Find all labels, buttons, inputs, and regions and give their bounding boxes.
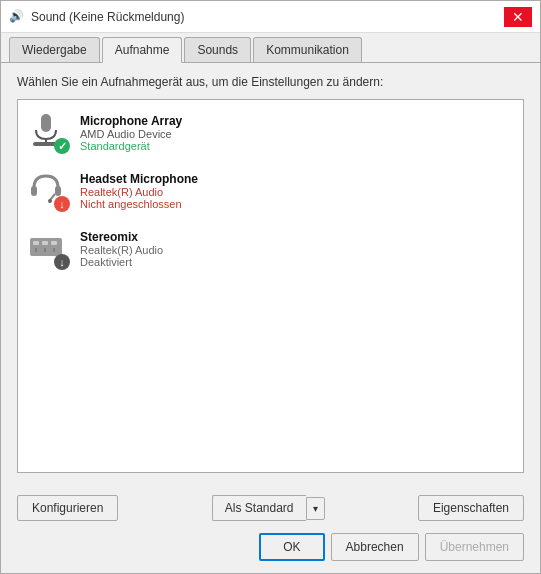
als-standard-button[interactable]: Als Standard — [212, 495, 306, 521]
device-sub1-1: AMD Audio Device — [80, 128, 513, 140]
close-button[interactable]: ✕ — [504, 7, 532, 27]
device-list: ✓ Microphone Array AMD Audio Device Stan… — [17, 99, 524, 473]
tab-aufnahme[interactable]: Aufnahme — [102, 37, 183, 63]
als-standard-dropdown[interactable]: ▾ — [306, 497, 325, 520]
svg-rect-4 — [31, 186, 37, 196]
svg-rect-5 — [55, 186, 61, 196]
device-item-stereomix[interactable]: ↓ Stereomix Realtek(R) Audio Deaktiviert — [22, 220, 519, 278]
main-content: Wählen Sie ein Aufnahmegerät aus, um die… — [1, 63, 540, 485]
tab-kommunikation[interactable]: Kommunikation — [253, 37, 362, 62]
device-icon-wrap-1: ✓ — [28, 112, 70, 154]
status-icon-1: ✓ — [54, 138, 70, 154]
window-title: Sound (Keine Rückmeldung) — [31, 10, 184, 24]
footer-buttons: OK Abbrechen Übernehmen — [1, 527, 540, 573]
device-name-3: Stereomix — [80, 230, 513, 244]
configure-button[interactable]: Konfigurieren — [17, 495, 118, 521]
device-name-2: Headset Microphone — [80, 172, 513, 186]
eigenschaften-button[interactable]: Eigenschaften — [418, 495, 524, 521]
sound-dialog: 🔊 Sound (Keine Rückmeldung) ✕ Wiedergabe… — [0, 0, 541, 574]
action-buttons: Konfigurieren Als Standard ▾ Eigenschaft… — [1, 485, 540, 527]
device-icon-wrap-3: ↓ — [28, 228, 70, 270]
apply-button[interactable]: Übernehmen — [425, 533, 524, 561]
svg-rect-11 — [51, 241, 57, 245]
cancel-button[interactable]: Abbrechen — [331, 533, 419, 561]
status-icon-3: ↓ — [54, 254, 70, 270]
sound-icon: 🔊 — [9, 9, 25, 25]
tab-wiedergabe[interactable]: Wiedergabe — [9, 37, 100, 62]
svg-rect-0 — [41, 114, 51, 132]
device-sub1-2: Realtek(R) Audio — [80, 186, 513, 198]
device-item-headset-microphone[interactable]: ↓ Headset Microphone Realtek(R) Audio Ni… — [22, 162, 519, 220]
instruction-text: Wählen Sie ein Aufnahmegerät aus, um die… — [17, 75, 524, 89]
device-sub2-2: Nicht angeschlossen — [80, 198, 513, 210]
status-icon-2: ↓ — [54, 196, 70, 212]
device-sub2-1: Standardgerät — [80, 140, 513, 152]
device-info-2: Headset Microphone Realtek(R) Audio Nich… — [80, 172, 513, 210]
svg-point-7 — [48, 199, 52, 203]
tab-sounds[interactable]: Sounds — [184, 37, 251, 62]
ok-button[interactable]: OK — [259, 533, 324, 561]
device-icon-wrap-2: ↓ — [28, 170, 70, 212]
device-info-3: Stereomix Realtek(R) Audio Deaktiviert — [80, 230, 513, 268]
device-info-1: Microphone Array AMD Audio Device Standa… — [80, 114, 513, 152]
device-sub2-3: Deaktiviert — [80, 256, 513, 268]
tab-bar: Wiedergabe Aufnahme Sounds Kommunikation — [1, 33, 540, 63]
als-standard-wrap: Als Standard ▾ — [212, 495, 325, 521]
svg-rect-9 — [33, 241, 39, 245]
svg-rect-10 — [42, 241, 48, 245]
svg-rect-8 — [30, 238, 62, 256]
titlebar: 🔊 Sound (Keine Rückmeldung) ✕ — [1, 1, 540, 33]
titlebar-left: 🔊 Sound (Keine Rückmeldung) — [9, 9, 184, 25]
device-name-1: Microphone Array — [80, 114, 513, 128]
device-sub1-3: Realtek(R) Audio — [80, 244, 513, 256]
device-item-microphone-array[interactable]: ✓ Microphone Array AMD Audio Device Stan… — [22, 104, 519, 162]
